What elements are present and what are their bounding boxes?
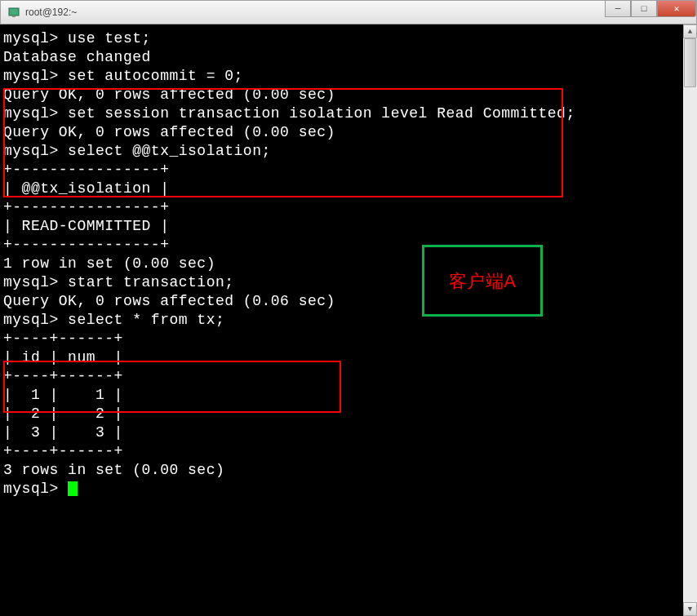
- terminal-line: | 2 | 2 |: [3, 405, 694, 423]
- terminal-line: | READ-COMMITTED |: [3, 217, 694, 236]
- terminal-cursor: [68, 481, 78, 496]
- terminal-line: +----+------+: [3, 330, 694, 348]
- maximize-button[interactable]: □: [631, 1, 657, 17]
- terminal-line: mysql> select * from tx;: [3, 311, 694, 330]
- terminal-line: Query OK, 0 rows affected (0.00 sec): [3, 86, 694, 104]
- terminal-line: Database changed: [3, 48, 694, 67]
- terminal-line: | @@tx_isolation |: [3, 179, 694, 198]
- terminal-line: 3 rows in set (0.00 sec): [3, 461, 694, 480]
- terminal-line: mysql> start transaction;: [3, 273, 694, 292]
- terminal-line: +----+------+: [3, 442, 694, 461]
- terminal-line: +----------------+: [3, 198, 694, 217]
- terminal-line: | 1 | 1 |: [3, 386, 694, 405]
- window-controls: ─ □ ✕: [605, 1, 696, 17]
- terminal-line: mysql> select @@tx_isolation;: [3, 142, 694, 161]
- window-title: root@192:~: [25, 7, 695, 18]
- annotation-green-box: 客户端A: [422, 245, 543, 317]
- terminal-line: Query OK, 0 rows affected (0.06 sec): [3, 292, 694, 311]
- terminal-line: +----------------+: [3, 161, 694, 179]
- terminal-line: mysql>: [3, 480, 694, 499]
- terminal-line: Query OK, 0 rows affected (0.00 sec): [3, 123, 694, 142]
- svg-rect-0: [9, 8, 19, 16]
- terminal-line: +----+------+: [3, 367, 694, 386]
- svg-rect-1: [12, 16, 16, 17]
- scrollbar-down-button[interactable]: ▼: [683, 602, 697, 616]
- putty-icon: [7, 6, 20, 19]
- terminal-line: +----------------+: [3, 236, 694, 255]
- vertical-scrollbar[interactable]: ▲ ▼: [683, 24, 697, 616]
- scrollbar-track[interactable]: [683, 38, 697, 602]
- terminal-line: | id | num |: [3, 348, 694, 367]
- scrollbar-thumb[interactable]: [684, 38, 696, 87]
- terminal-line: mysql> set session transaction isolation…: [3, 104, 694, 123]
- terminal-line: mysql> use test;: [3, 29, 694, 48]
- terminal-line: | 3 | 3 |: [3, 423, 694, 442]
- annotation-label: 客户端A: [449, 272, 517, 290]
- terminal-area[interactable]: mysql> use test;Database changedmysql> s…: [0, 24, 697, 616]
- window-titlebar: root@192:~ ─ □ ✕: [0, 0, 697, 24]
- scrollbar-up-button[interactable]: ▲: [683, 24, 697, 38]
- close-button[interactable]: ✕: [657, 1, 696, 17]
- minimize-button[interactable]: ─: [605, 1, 631, 17]
- terminal-line: 1 row in set (0.00 sec): [3, 255, 694, 273]
- terminal-line: mysql> set autocommit = 0;: [3, 67, 694, 86]
